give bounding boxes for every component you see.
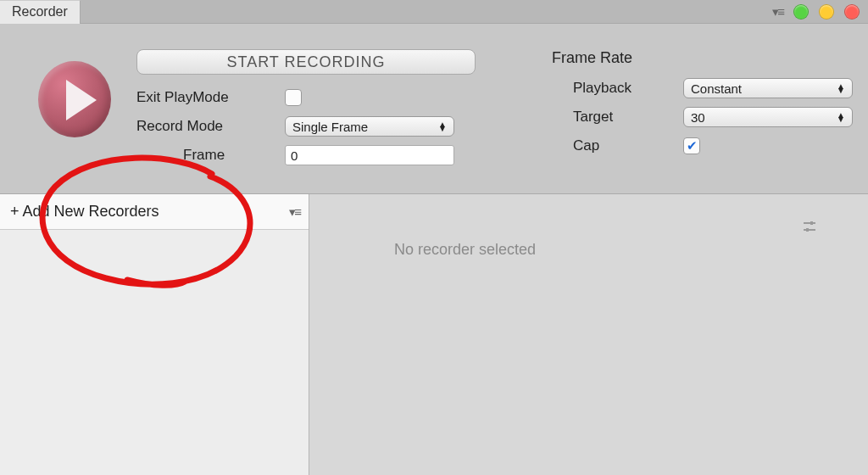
cap-checkbox[interactable]: ✔ — [683, 137, 700, 154]
target-label: Target — [552, 109, 683, 126]
add-new-recorders-label: + Add New Recorders — [10, 203, 159, 221]
add-new-recorders-row[interactable]: + Add New Recorders ▾≡ — [0, 194, 309, 230]
dropdown-arrows-icon: ▲▼ — [438, 122, 447, 131]
recorder-list-menu-icon[interactable]: ▾≡ — [289, 204, 300, 220]
exit-playmode-label: Exit PlayMode — [136, 89, 285, 106]
recorder-settings-panel: START RECORDING Exit PlayMode Record Mod… — [0, 24, 868, 193]
dropdown-arrows-icon: ▲▼ — [837, 113, 845, 121]
record-mode-dropdown[interactable]: Single Frame ▲▼ — [285, 116, 454, 137]
recorder-list-area: + Add New Recorders ▾≡ No recorder selec… — [0, 193, 868, 475]
play-button[interactable] — [38, 61, 111, 137]
frame-rate-title: Frame Rate — [552, 49, 853, 67]
playback-value: Constant — [691, 81, 742, 96]
dropdown-arrows-icon: ▲▼ — [837, 84, 845, 92]
frame-input[interactable]: 0 — [285, 145, 454, 165]
window-controls: ▾≡ — [772, 4, 860, 20]
window-maximize-button[interactable] — [819, 4, 834, 20]
titlebar: Recorder ▾≡ — [0, 0, 868, 24]
start-recording-label: START RECORDING — [226, 53, 385, 71]
playback-dropdown[interactable]: Constant ▲▼ — [683, 78, 853, 98]
empty-state-message: No recorder selected — [394, 241, 868, 259]
recording-controls: START RECORDING Exit PlayMode Record Mod… — [136, 49, 501, 170]
recorder-detail-panel: No recorder selected — [309, 194, 868, 475]
target-dropdown[interactable]: 30 ▲▼ — [683, 107, 853, 127]
recorder-tab-label: Recorder — [12, 4, 68, 20]
settings-toggle-icon[interactable] — [802, 220, 817, 239]
cap-label: Cap — [552, 137, 683, 154]
recorder-tab[interactable]: Recorder — [0, 0, 81, 24]
start-recording-button[interactable]: START RECORDING — [136, 49, 476, 75]
exit-playmode-checkbox[interactable] — [285, 89, 302, 106]
svg-rect-3 — [806, 228, 809, 232]
recorder-list-panel: + Add New Recorders ▾≡ — [0, 194, 309, 475]
playback-label: Playback — [552, 80, 683, 97]
context-menu-icon[interactable]: ▾≡ — [772, 4, 783, 20]
frame-value: 0 — [291, 148, 298, 163]
frame-label: Frame — [136, 147, 285, 164]
target-value: 30 — [691, 110, 705, 125]
window-minimize-button[interactable] — [793, 4, 809, 20]
record-mode-value: Single Frame — [292, 120, 368, 134]
window-close-button[interactable] — [844, 4, 860, 20]
svg-rect-2 — [810, 221, 813, 225]
frame-rate-controls: Frame Rate Playback Constant ▲▼ Target 3… — [526, 49, 853, 160]
record-mode-label: Record Mode — [136, 118, 285, 135]
